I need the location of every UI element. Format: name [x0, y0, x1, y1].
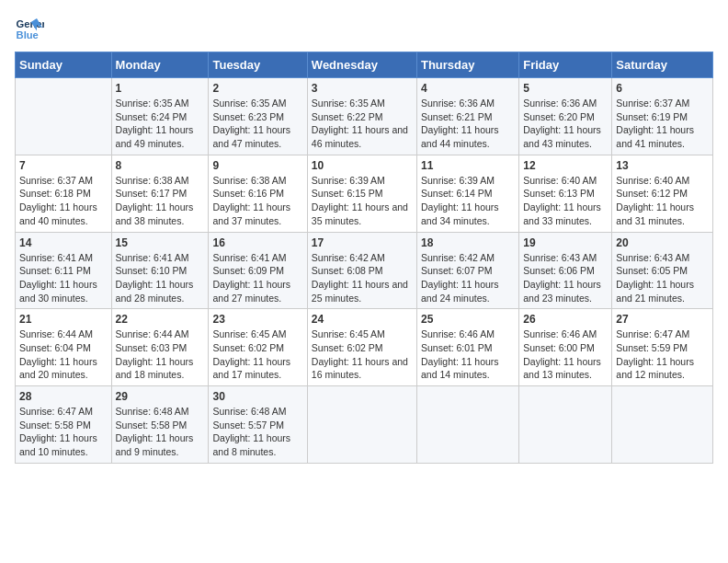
day-number: 15 [116, 236, 205, 249]
svg-text:Blue: Blue [17, 29, 39, 40]
day-number: 19 [523, 236, 608, 249]
column-header-thursday: Thursday [416, 52, 518, 78]
cell-content: Sunrise: 6:41 AMSunset: 6:10 PMDaylight:… [116, 251, 205, 305]
calendar-cell: 1Sunrise: 6:35 AMSunset: 6:24 PMDaylight… [111, 78, 209, 155]
cell-content: Sunrise: 6:42 AMSunset: 6:08 PMDaylight:… [312, 251, 413, 305]
day-number: 23 [212, 313, 302, 326]
calendar-cell: 23Sunrise: 6:45 AMSunset: 6:02 PMDayligh… [209, 309, 307, 386]
calendar-cell: 29Sunrise: 6:48 AMSunset: 5:58 PMDayligh… [111, 386, 209, 464]
calendar-week-3: 14Sunrise: 6:41 AMSunset: 6:11 PMDayligh… [16, 232, 713, 309]
calendar-cell: 21Sunrise: 6:44 AMSunset: 6:04 PMDayligh… [16, 309, 112, 386]
calendar-cell [416, 386, 518, 464]
day-number: 28 [19, 390, 108, 403]
column-header-monday: Monday [111, 52, 209, 78]
cell-content: Sunrise: 6:37 AMSunset: 6:18 PMDaylight:… [19, 174, 108, 228]
day-number: 2 [212, 82, 302, 95]
day-number: 24 [312, 313, 413, 326]
cell-content: Sunrise: 6:36 AMSunset: 6:21 PMDaylight:… [421, 97, 515, 151]
cell-content: Sunrise: 6:39 AMSunset: 6:15 PMDaylight:… [312, 174, 413, 228]
calendar-cell: 25Sunrise: 6:46 AMSunset: 6:01 PMDayligh… [416, 309, 518, 386]
calendar-cell: 22Sunrise: 6:44 AMSunset: 6:03 PMDayligh… [111, 309, 209, 386]
column-header-sunday: Sunday [16, 52, 112, 78]
cell-content: Sunrise: 6:35 AMSunset: 6:24 PMDaylight:… [116, 97, 205, 151]
cell-content: Sunrise: 6:48 AMSunset: 5:58 PMDaylight:… [116, 405, 205, 459]
calendar-week-2: 7Sunrise: 6:37 AMSunset: 6:18 PMDaylight… [16, 155, 713, 232]
cell-content: Sunrise: 6:42 AMSunset: 6:07 PMDaylight:… [421, 251, 515, 305]
calendar-cell: 12Sunrise: 6:40 AMSunset: 6:13 PMDayligh… [519, 155, 612, 232]
day-number: 29 [116, 390, 205, 403]
calendar-cell: 13Sunrise: 6:40 AMSunset: 6:12 PMDayligh… [612, 155, 713, 232]
day-number: 21 [19, 313, 108, 326]
calendar-cell: 17Sunrise: 6:42 AMSunset: 6:08 PMDayligh… [307, 232, 416, 309]
column-header-friday: Friday [519, 52, 612, 78]
cell-content: Sunrise: 6:38 AMSunset: 6:17 PMDaylight:… [116, 174, 205, 228]
cell-content: Sunrise: 6:48 AMSunset: 5:57 PMDaylight:… [212, 405, 302, 459]
cell-content: Sunrise: 6:45 AMSunset: 6:02 PMDaylight:… [212, 327, 302, 382]
cell-content: Sunrise: 6:47 AMSunset: 5:59 PMDaylight:… [616, 327, 709, 382]
calendar-cell: 6Sunrise: 6:37 AMSunset: 6:19 PMDaylight… [612, 78, 713, 155]
calendar-cell: 10Sunrise: 6:39 AMSunset: 6:15 PMDayligh… [307, 155, 416, 232]
calendar-cell: 19Sunrise: 6:43 AMSunset: 6:06 PMDayligh… [519, 232, 612, 309]
calendar-cell: 20Sunrise: 6:43 AMSunset: 6:05 PMDayligh… [612, 232, 713, 309]
calendar-cell: 30Sunrise: 6:48 AMSunset: 5:57 PMDayligh… [209, 386, 307, 464]
day-number: 6 [616, 82, 709, 95]
calendar-cell: 8Sunrise: 6:38 AMSunset: 6:17 PMDaylight… [111, 155, 209, 232]
cell-content: Sunrise: 6:39 AMSunset: 6:14 PMDaylight:… [421, 174, 515, 228]
day-number: 11 [421, 159, 515, 172]
calendar-cell: 5Sunrise: 6:36 AMSunset: 6:20 PMDaylight… [519, 78, 612, 155]
calendar-cell [16, 78, 112, 155]
cell-content: Sunrise: 6:47 AMSunset: 5:58 PMDaylight:… [19, 405, 108, 459]
calendar-cell: 14Sunrise: 6:41 AMSunset: 6:11 PMDayligh… [16, 232, 112, 309]
calendar-cell: 11Sunrise: 6:39 AMSunset: 6:14 PMDayligh… [416, 155, 518, 232]
day-number: 17 [312, 236, 413, 249]
calendar-cell: 4Sunrise: 6:36 AMSunset: 6:21 PMDaylight… [416, 78, 518, 155]
column-header-tuesday: Tuesday [209, 52, 307, 78]
calendar-cell [612, 386, 713, 464]
cell-content: Sunrise: 6:38 AMSunset: 6:16 PMDaylight:… [212, 174, 302, 228]
logo-icon: General Blue [15, 15, 44, 44]
calendar-cell [307, 386, 416, 464]
cell-content: Sunrise: 6:43 AMSunset: 6:05 PMDaylight:… [616, 251, 709, 305]
day-number: 8 [116, 159, 205, 172]
cell-content: Sunrise: 6:35 AMSunset: 6:22 PMDaylight:… [312, 97, 413, 151]
day-number: 20 [616, 236, 709, 249]
cell-content: Sunrise: 6:44 AMSunset: 6:03 PMDaylight:… [116, 327, 205, 382]
day-number: 27 [616, 313, 709, 326]
calendar-week-1: 1Sunrise: 6:35 AMSunset: 6:24 PMDaylight… [16, 78, 713, 155]
calendar-cell: 18Sunrise: 6:42 AMSunset: 6:07 PMDayligh… [416, 232, 518, 309]
column-header-wednesday: Wednesday [307, 52, 416, 78]
cell-content: Sunrise: 6:40 AMSunset: 6:12 PMDaylight:… [616, 174, 709, 228]
calendar-header-row: SundayMondayTuesdayWednesdayThursdayFrid… [16, 52, 713, 78]
calendar-cell: 24Sunrise: 6:45 AMSunset: 6:02 PMDayligh… [307, 309, 416, 386]
cell-content: Sunrise: 6:46 AMSunset: 6:00 PMDaylight:… [523, 327, 608, 382]
logo: General Blue [15, 15, 48, 44]
day-number: 1 [116, 82, 205, 95]
cell-content: Sunrise: 6:35 AMSunset: 6:23 PMDaylight:… [212, 97, 302, 151]
cell-content: Sunrise: 6:46 AMSunset: 6:01 PMDaylight:… [421, 327, 515, 382]
day-number: 18 [421, 236, 515, 249]
day-number: 26 [523, 313, 608, 326]
day-number: 5 [523, 82, 608, 95]
calendar-cell: 27Sunrise: 6:47 AMSunset: 5:59 PMDayligh… [612, 309, 713, 386]
day-number: 3 [312, 82, 413, 95]
cell-content: Sunrise: 6:43 AMSunset: 6:06 PMDaylight:… [523, 251, 608, 305]
calendar-cell [519, 386, 612, 464]
calendar-cell: 2Sunrise: 6:35 AMSunset: 6:23 PMDaylight… [209, 78, 307, 155]
calendar-cell: 7Sunrise: 6:37 AMSunset: 6:18 PMDaylight… [16, 155, 112, 232]
calendar-table: SundayMondayTuesdayWednesdayThursdayFrid… [15, 52, 713, 464]
day-number: 22 [116, 313, 205, 326]
day-number: 13 [616, 159, 709, 172]
calendar-week-5: 28Sunrise: 6:47 AMSunset: 5:58 PMDayligh… [16, 386, 713, 464]
calendar-cell: 15Sunrise: 6:41 AMSunset: 6:10 PMDayligh… [111, 232, 209, 309]
calendar-week-4: 21Sunrise: 6:44 AMSunset: 6:04 PMDayligh… [16, 309, 713, 386]
day-number: 10 [312, 159, 413, 172]
calendar-cell: 26Sunrise: 6:46 AMSunset: 6:00 PMDayligh… [519, 309, 612, 386]
day-number: 14 [19, 236, 108, 249]
day-number: 9 [212, 159, 302, 172]
calendar-cell: 9Sunrise: 6:38 AMSunset: 6:16 PMDaylight… [209, 155, 307, 232]
cell-content: Sunrise: 6:41 AMSunset: 6:09 PMDaylight:… [212, 251, 302, 305]
day-number: 4 [421, 82, 515, 95]
day-number: 16 [212, 236, 302, 249]
column-header-saturday: Saturday [612, 52, 713, 78]
header: General Blue [15, 15, 713, 44]
